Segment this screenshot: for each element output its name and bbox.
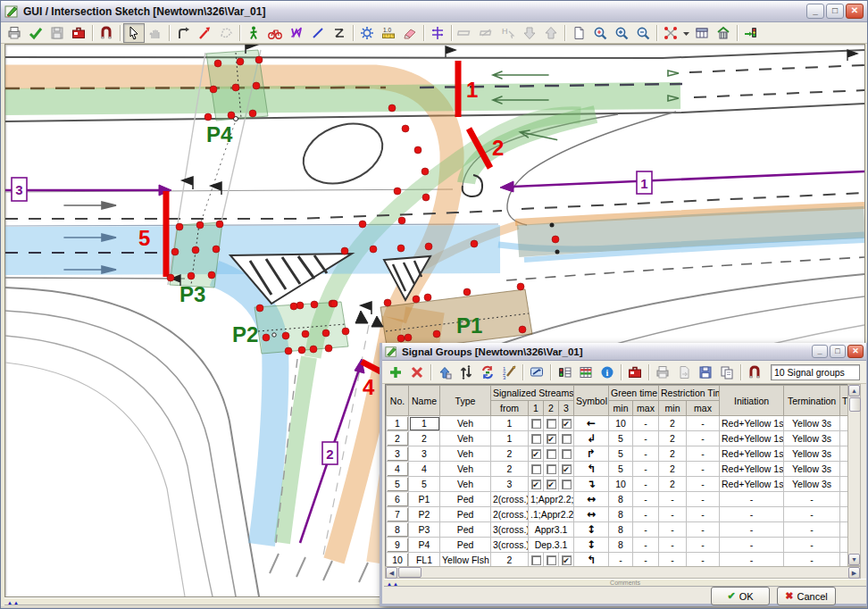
network-icon[interactable]: [713, 23, 734, 43]
ped-stream-icon[interactable]: [286, 23, 307, 43]
streams-text[interactable]: Appr3.1: [529, 522, 574, 538]
hide-labels-icon[interactable]: H: [497, 23, 519, 43]
ok-button[interactable]: ✔ OK: [711, 587, 770, 605]
stream1-checkbox[interactable]: [531, 434, 541, 444]
zoom-window-icon[interactable]: [589, 23, 611, 43]
stream2-checkbox[interactable]: [547, 449, 556, 459]
col-header-from[interactable]: from: [491, 401, 529, 416]
select-tool-icon[interactable]: [123, 23, 145, 43]
horizontal-scrollbar[interactable]: ◀ ▶: [385, 566, 861, 579]
move-up-icon[interactable]: [540, 23, 562, 43]
pan-hand-icon[interactable]: [145, 23, 166, 43]
conflict-points-dropdown-icon[interactable]: [681, 23, 691, 43]
sort-icon[interactable]: [455, 363, 477, 382]
draw-line-icon[interactable]: [307, 23, 329, 43]
stream3-checkbox[interactable]: [562, 434, 572, 444]
conflict-points-icon[interactable]: [660, 23, 681, 43]
col-header-name[interactable]: Name: [409, 386, 440, 416]
delete-signal-group-icon[interactable]: [406, 363, 428, 382]
bicycle-icon[interactable]: [264, 23, 286, 43]
dimension-icon[interactable]: [329, 23, 350, 43]
save-icon[interactable]: [46, 23, 68, 43]
dialog-maximize-button[interactable]: □: [830, 345, 846, 358]
scroll-right-icon[interactable]: ▶: [848, 567, 860, 579]
col-header-streams[interactable]: Signalized Streams: [491, 386, 574, 401]
pedestrian-icon[interactable]: [243, 23, 264, 43]
zoom-out-icon[interactable]: [632, 23, 654, 43]
col-header-2[interactable]: 2: [544, 401, 559, 416]
dialog-save-icon[interactable]: [695, 363, 716, 382]
signal-plan-icon[interactable]: [740, 23, 762, 43]
table-view-icon[interactable]: [691, 23, 713, 43]
col-header-symbol[interactable]: Symbol: [574, 386, 609, 416]
auto-number-icon[interactable]: 123: [498, 363, 520, 382]
stream1-checkbox[interactable]: [531, 555, 541, 565]
stream2-checkbox[interactable]: [547, 555, 556, 565]
stream2-checkbox[interactable]: [547, 480, 556, 489]
dialog-toolbox-icon[interactable]: [624, 363, 646, 382]
stream3-checkbox[interactable]: [562, 464, 572, 474]
node-edit-icon[interactable]: [172, 23, 194, 43]
stream2-checkbox[interactable]: [547, 419, 556, 429]
zoom-in-icon[interactable]: [611, 23, 632, 43]
col-header-gmax[interactable]: max: [633, 401, 659, 416]
scroll-up-icon[interactable]: ▲: [848, 385, 860, 396]
stream3-checkbox[interactable]: [562, 449, 572, 459]
col-header-gmin[interactable]: min: [609, 401, 633, 416]
scroll-left-icon[interactable]: ◀: [386, 567, 397, 579]
stream1-checkbox[interactable]: [531, 480, 541, 489]
col-header-initiation[interactable]: Initiation: [720, 386, 784, 416]
col-header-green[interactable]: Green time: [609, 386, 659, 401]
validate-icon[interactable]: [25, 23, 46, 43]
horizontal-scroll-thumb[interactable]: [398, 567, 421, 578]
stream1-checkbox[interactable]: [531, 449, 541, 459]
streams-text[interactable]: Dep.3.1: [529, 538, 574, 553]
move-down-icon[interactable]: [519, 23, 540, 43]
eraser-icon[interactable]: [399, 23, 421, 43]
add-signal-group-icon[interactable]: [385, 363, 406, 382]
dialog-minimize-button[interactable]: _: [812, 345, 828, 358]
maximize-button[interactable]: □: [826, 4, 844, 19]
scale-icon[interactable]: 1.0: [378, 23, 399, 43]
vertical-scroll-thumb[interactable]: [849, 397, 861, 412]
interstage-table-icon[interactable]: [575, 363, 597, 382]
scroll-down-icon[interactable]: ▼: [848, 554, 860, 565]
marking-2-icon[interactable]: [476, 23, 497, 43]
col-header-1[interactable]: 1: [529, 401, 544, 416]
edit-symbols-icon[interactable]: [526, 363, 547, 382]
dialog-close-button[interactable]: ✕: [847, 345, 864, 358]
col-header-no[interactable]: No.: [387, 386, 409, 416]
signal-group-count-field[interactable]: [771, 364, 860, 380]
minimize-button[interactable]: _: [806, 4, 824, 19]
copy-icon[interactable]: [716, 363, 738, 382]
align-crosshair-icon[interactable]: [427, 23, 448, 43]
col-header-type[interactable]: Type: [440, 386, 491, 416]
dialog-export-icon[interactable]: [673, 363, 695, 382]
streams-text[interactable]: .1;Appr2.2;D: [529, 507, 574, 522]
vertical-scrollbar[interactable]: ▲ ▼: [847, 384, 861, 566]
stream2-checkbox[interactable]: [547, 434, 556, 444]
import-icon[interactable]: [434, 363, 455, 382]
print-icon[interactable]: [4, 23, 25, 43]
toolbox-icon[interactable]: [68, 23, 89, 43]
col-header-rmin[interactable]: min: [659, 401, 687, 416]
info-icon[interactable]: i: [597, 363, 618, 382]
stream3-checkbox[interactable]: [562, 555, 572, 565]
col-header-rmax[interactable]: max: [687, 401, 720, 416]
stream1-checkbox[interactable]: [531, 419, 541, 429]
stream-edit-icon[interactable]: [194, 23, 215, 43]
streams-text[interactable]: 1;Appr2.2;D: [529, 492, 574, 507]
stream3-checkbox[interactable]: [562, 480, 572, 489]
marking-1-icon[interactable]: [455, 23, 476, 43]
polygon-select-icon[interactable]: [215, 23, 237, 43]
refresh-cycle-icon[interactable]: [477, 363, 498, 382]
col-header-restriction[interactable]: Restriction Time: [659, 386, 720, 401]
signal-head-icon[interactable]: [554, 363, 575, 382]
new-view-icon[interactable]: [568, 23, 589, 43]
col-header-termination[interactable]: Termination: [784, 386, 840, 416]
cancel-button[interactable]: ✖ Cancel: [777, 587, 836, 605]
dialog-magnet-icon[interactable]: [744, 363, 765, 382]
magnet-icon[interactable]: [96, 23, 117, 43]
stream2-checkbox[interactable]: [547, 464, 556, 474]
close-button[interactable]: ✕: [846, 4, 864, 19]
